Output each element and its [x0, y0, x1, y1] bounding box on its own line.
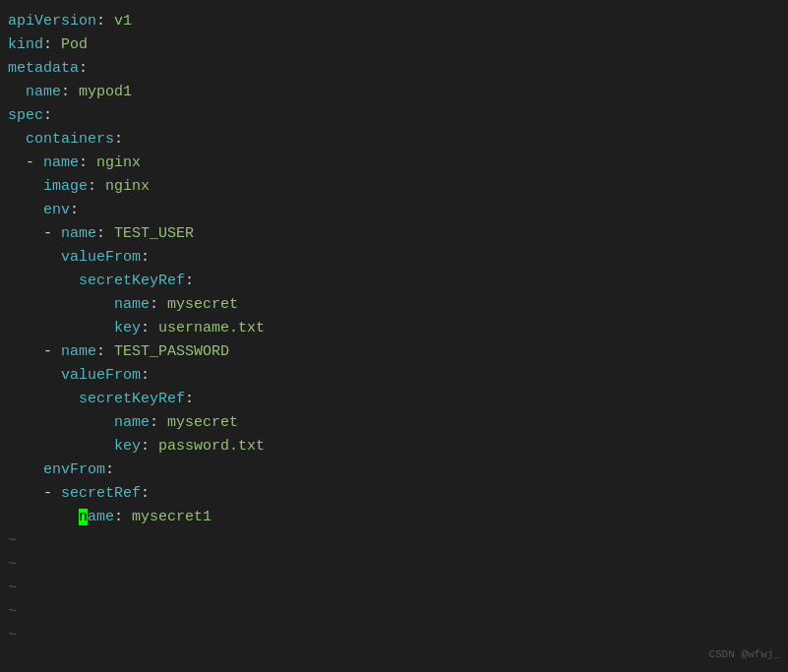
yaml-value: username.txt [158, 320, 265, 336]
yaml-key: env [43, 202, 70, 218]
yaml-value: Pod [61, 36, 88, 53]
yaml-plain: : [43, 36, 61, 53]
yaml-key: envFrom [43, 461, 105, 478]
yaml-key: apiVersion [8, 13, 96, 30]
code-line: - name: TEST_USER [8, 222, 788, 246]
yaml-value: mysecret [167, 414, 238, 431]
yaml-key: ame [88, 509, 114, 525]
yaml-key: name [61, 343, 96, 360]
code-line: ~ [8, 624, 788, 647]
yaml-plain: : [79, 154, 96, 171]
yaml-plain [8, 414, 114, 431]
yaml-plain: - [8, 485, 61, 502]
yaml-plain: : [105, 461, 114, 478]
yaml-key: image [43, 178, 88, 195]
code-line: - secretRef: [8, 482, 788, 506]
yaml-key: kind [8, 36, 43, 53]
code-line: ~ [8, 577, 788, 600]
yaml-plain: : [96, 343, 114, 360]
yaml-plain [8, 273, 79, 289]
yaml-key: secretRef [61, 485, 141, 502]
yaml-plain: : [185, 391, 194, 407]
code-line: key: username.txt [8, 317, 788, 340]
yaml-plain: : [141, 249, 150, 266]
yaml-plain [8, 391, 79, 407]
code-line: envFrom: [8, 458, 788, 482]
yaml-plain: : [43, 107, 52, 124]
yaml-plain [8, 367, 61, 384]
code-line: name: mysecret1 [8, 506, 788, 529]
yaml-key: metadata [8, 60, 79, 77]
yaml-plain: : [96, 13, 114, 30]
yaml-value: TEST_USER [114, 225, 194, 242]
yaml-value: mysecret [167, 296, 238, 313]
yaml-key: name [26, 84, 61, 100]
yaml-plain: : [114, 131, 123, 148]
yaml-value: nginx [96, 154, 141, 171]
yaml-value: mysecret1 [132, 509, 212, 525]
yaml-plain: : [141, 485, 150, 502]
yaml-plain: : [141, 367, 150, 384]
yaml-value: TEST_PASSWORD [114, 343, 229, 360]
yaml-key: name [43, 154, 79, 171]
yaml-key: key [114, 320, 141, 336]
yaml-plain: : [79, 60, 88, 77]
code-line: valueFrom: [8, 364, 788, 388]
yaml-value: mypod1 [79, 84, 132, 100]
code-line: ~ [8, 529, 788, 553]
yaml-key: secretKeyRef [79, 273, 185, 289]
vim-tilde: ~ [8, 627, 17, 643]
code-line: name: mysecret [8, 411, 788, 435]
yaml-plain: : [141, 320, 158, 336]
code-line: key: password.txt [8, 435, 788, 458]
code-line: secretKeyRef: [8, 388, 788, 411]
watermark: CSDN @wfwj_ [708, 646, 780, 664]
yaml-key: key [114, 438, 141, 455]
code-editor: apiVersion: v1kind: Podmetadata: name: m… [8, 10, 788, 647]
yaml-plain [8, 84, 26, 100]
yaml-plain [8, 296, 114, 313]
yaml-plain [8, 202, 43, 218]
code-line: metadata: [8, 57, 788, 81]
yaml-value: nginx [105, 178, 150, 195]
yaml-plain: - [8, 154, 43, 171]
code-line: name: mypod1 [8, 81, 788, 104]
yaml-key: name [114, 296, 150, 313]
yaml-plain: : [114, 509, 132, 525]
code-line: - name: TEST_PASSWORD [8, 340, 788, 364]
yaml-key: valueFrom [61, 249, 141, 266]
yaml-key: valueFrom [61, 367, 141, 384]
yaml-key: spec [8, 107, 43, 124]
yaml-key: secretKeyRef [79, 391, 185, 407]
yaml-plain [8, 438, 114, 455]
code-line: ~ [8, 553, 788, 577]
vim-tilde: ~ [8, 532, 17, 549]
yaml-plain: : [96, 225, 114, 242]
yaml-plain [8, 178, 43, 195]
yaml-plain: : [150, 296, 167, 313]
vim-tilde: ~ [8, 556, 17, 573]
yaml-plain [8, 320, 114, 336]
vim-tilde: ~ [8, 580, 17, 596]
code-line: apiVersion: v1 [8, 10, 788, 33]
yaml-plain: : [61, 84, 79, 100]
code-line: - name: nginx [8, 152, 788, 175]
yaml-key: containers [26, 131, 114, 148]
code-line: valueFrom: [8, 246, 788, 270]
yaml-plain [8, 509, 79, 525]
code-line: kind: Pod [8, 33, 788, 57]
yaml-plain [8, 461, 43, 478]
yaml-value: v1 [114, 13, 132, 30]
code-line: secretKeyRef: [8, 270, 788, 293]
yaml-key-highlighted: n [79, 509, 88, 525]
yaml-plain [8, 131, 26, 148]
code-line: image: nginx [8, 175, 788, 199]
code-line: ~ [8, 600, 788, 624]
code-line: name: mysecret [8, 293, 788, 317]
vim-tilde: ~ [8, 603, 17, 620]
yaml-plain [8, 249, 61, 266]
code-line: env: [8, 199, 788, 222]
yaml-plain: : [88, 178, 105, 195]
yaml-plain: : [150, 414, 167, 431]
yaml-key: name [61, 225, 96, 242]
